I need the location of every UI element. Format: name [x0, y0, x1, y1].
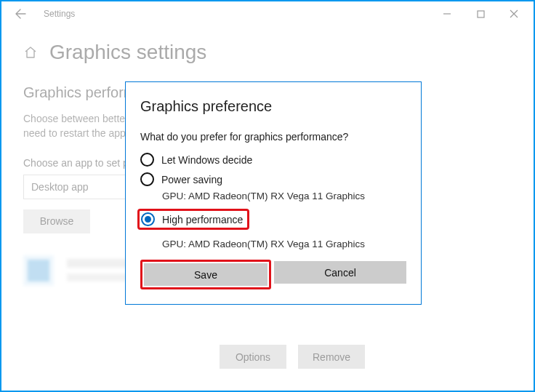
radio-power-saving[interactable]: Power saving: [140, 172, 406, 186]
radio-label: Power saving: [161, 174, 222, 185]
home-icon[interactable]: [23, 45, 38, 60]
close-icon: [510, 9, 518, 18]
close-button[interactable]: [497, 3, 531, 25]
radio-icon: [140, 172, 154, 186]
graphics-preference-dialog: Graphics preference What do you prefer f…: [125, 81, 422, 305]
page-title: Graphics settings: [49, 41, 206, 64]
back-button[interactable]: [10, 4, 31, 24]
save-button[interactable]: Save: [144, 263, 268, 286]
app-type-value: Desktop app: [31, 181, 89, 193]
titlebar: Settings: [1, 1, 534, 26]
remove-button[interactable]: Remove: [298, 345, 365, 369]
minimize-icon: [443, 9, 451, 18]
maximize-icon: [477, 10, 485, 18]
svg-rect-0: [478, 11, 484, 17]
dialog-prompt: What do you prefer for graphics performa…: [140, 131, 406, 143]
dialog-title: Graphics preference: [140, 98, 406, 115]
browse-button[interactable]: Browse: [23, 209, 90, 233]
radio-label: High performance: [162, 214, 243, 225]
radio-high-performance-gpu: GPU: AMD Radeon(TM) RX Vega 11 Graphics: [162, 239, 406, 249]
radio-icon: [141, 212, 155, 226]
radio-power-saving-gpu: GPU: AMD Radeon(TM) RX Vega 11 Graphics: [162, 191, 406, 201]
cancel-button[interactable]: Cancel: [274, 261, 406, 284]
app-icon: [23, 255, 54, 286]
options-button[interactable]: Options: [220, 345, 286, 369]
minimize-button[interactable]: [430, 3, 464, 25]
window-title: Settings: [44, 9, 75, 19]
settings-window: Settings Graphics settings Graphics perf…: [0, 0, 535, 392]
radio-label: Let Windows decide: [161, 154, 252, 166]
radio-let-windows-decide[interactable]: Let Windows decide: [140, 153, 406, 167]
radio-high-performance[interactable]: High performance: [137, 209, 249, 230]
arrow-left-icon: [15, 8, 26, 20]
save-button-highlight: Save: [140, 260, 271, 289]
maximize-button[interactable]: [464, 3, 497, 25]
radio-icon: [140, 153, 154, 167]
